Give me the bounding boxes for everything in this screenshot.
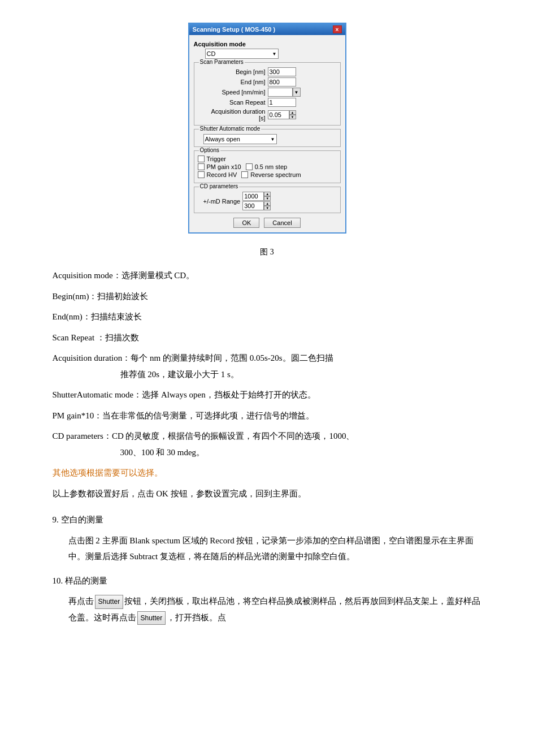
- cd-range-spinner-1: 1000 ▲ ▼: [242, 192, 271, 201]
- dialog-body: Acquisition mode CD ▼ Scan Parameters Be…: [189, 35, 345, 232]
- paragraph-3: End(nm)：扫描结束波长: [53, 309, 482, 325]
- acq-duration-input[interactable]: [268, 110, 289, 119]
- section-10-body3: ，打开挡板。点: [167, 613, 226, 622]
- speed-input[interactable]: [268, 88, 293, 97]
- acq-duration-up-icon[interactable]: ▲: [289, 110, 296, 115]
- paragraph-8: CD parameters：CD 的灵敏度，根据信号的振幅设置，有四个不同的选项…: [53, 428, 482, 460]
- acquisition-mode-label: Acquisition mode: [194, 41, 341, 47]
- acq-duration-down-icon[interactable]: ▼: [289, 115, 296, 119]
- trigger-checkbox[interactable]: [198, 155, 205, 162]
- reverse-spectrum-checkbox[interactable]: [241, 171, 248, 178]
- begin-label: Begin [nm]: [203, 68, 266, 75]
- section-10-body1: 再点击: [68, 597, 94, 606]
- shutter-group: Shutter Automatic mode Always open ▼: [194, 129, 341, 147]
- section-10-body2: 按钮，关闭挡板，取出样品池，将空白样品换成被测样品，然后再放回到样品支架上，盖好…: [68, 597, 481, 622]
- paragraph-5-line1: Acquisition duration：每个 nm 的测量持续时间，范围 0.…: [53, 353, 333, 362]
- close-button[interactable]: ×: [333, 25, 342, 33]
- cd-range-arrows-1: ▲ ▼: [264, 192, 271, 201]
- speed-input-group: ▼: [268, 88, 301, 97]
- speed-label: Speed [nm/min]: [203, 89, 266, 96]
- cd-range-spinners: 1000 ▲ ▼ 300 ▲: [242, 192, 271, 210]
- dropdown-arrow-icon: ▼: [272, 51, 277, 57]
- end-row: End [nm]: [198, 77, 337, 87]
- cancel-button[interactable]: Cancel: [264, 218, 300, 228]
- acquisition-mode-row: CD ▼: [194, 49, 341, 59]
- section-9-body: 点击图 2 主界面 Blank spectum 区域的 Record 按钮，记录…: [53, 533, 482, 565]
- cd-parameters-label: CD parameters: [199, 183, 240, 189]
- pm-gain-row: PM gain x10 0.5 nm step: [198, 163, 337, 170]
- cd-range-arrows-2: ▲ ▼: [264, 201, 271, 210]
- acq-duration-label: Acquisition duration [s]: [203, 108, 266, 122]
- speed-row: Speed [nm/min] ▼: [198, 88, 337, 97]
- paragraph-5: Acquisition duration：每个 nm 的测量持续时间，范围 0.…: [53, 350, 482, 382]
- scanning-setup-dialog: Scanning Setup ( MOS-450 ) × Acquisition…: [188, 23, 346, 234]
- cd-parameters-section: CD parameters +/-mD Range 1000 ▲ ▼: [194, 187, 341, 213]
- cd-range-value-1: 1000: [242, 192, 264, 201]
- paragraph-10: 以上参数都设置好后，点击 OK 按钮，参数设置完成，回到主界面。: [53, 486, 482, 502]
- pm-gain-checkbox[interactable]: [198, 163, 205, 170]
- begin-input[interactable]: [268, 67, 296, 76]
- trigger-row: Trigger: [198, 155, 337, 162]
- dialog-footer: OK Cancel: [194, 218, 341, 228]
- cd-range-up-icon-2[interactable]: ▲: [264, 201, 271, 206]
- record-hv-checkbox[interactable]: [198, 171, 205, 178]
- end-input[interactable]: [268, 77, 296, 87]
- shutter-dropdown-arrow-icon: ▼: [271, 137, 275, 142]
- pm-gain-label: PM gain x10: [207, 163, 241, 170]
- acq-duration-row: Acquisition duration [s] ▲ ▼: [198, 108, 337, 122]
- paragraph-8-line2: 300、100 和 30 mdeg。: [53, 444, 205, 461]
- reverse-spectrum-label: Reverse spectrum: [250, 171, 301, 178]
- shutter-select[interactable]: Always open ▼: [203, 134, 277, 144]
- figure-caption: 图 3: [23, 247, 511, 257]
- begin-row: Begin [nm]: [198, 67, 337, 76]
- cd-range-up-icon-1[interactable]: ▲: [264, 192, 271, 196]
- shutter-label: Shutter Automatic mode: [199, 126, 262, 132]
- trigger-label: Trigger: [207, 155, 226, 162]
- paragraph-5-line2: 推荐值 20s，建议最小大于 1 s。: [53, 366, 239, 383]
- paragraph-8-line1: CD parameters：CD 的灵敏度，根据信号的振幅设置，有四个不同的选项…: [53, 431, 355, 440]
- nm-step-checkbox[interactable]: [246, 163, 253, 170]
- cd-range-value-2: 300: [242, 201, 264, 210]
- record-hv-row: Record HV Reverse spectrum: [198, 171, 337, 178]
- acq-duration-spinner: ▲ ▼: [268, 110, 296, 119]
- acquisition-mode-select[interactable]: CD ▼: [205, 49, 279, 59]
- scan-repeat-row: Scan Repeat: [198, 98, 337, 107]
- dialog-titlebar: Scanning Setup ( MOS-450 ) ×: [189, 24, 345, 35]
- scan-repeat-label: Scan Repeat: [203, 99, 266, 106]
- options-section: Options Trigger PM gain x10 0.5 nm step: [194, 150, 341, 183]
- acq-duration-arrows: ▲ ▼: [289, 110, 296, 119]
- record-hv-label: Record HV: [207, 171, 237, 178]
- end-label: End [nm]: [203, 79, 266, 85]
- speed-arrow-icon[interactable]: ▼: [293, 88, 301, 97]
- paragraph-6: ShutterAutomatic mode：选择 Always open，挡板处…: [53, 387, 482, 403]
- nm-step-label: 0.5 nm step: [255, 163, 287, 170]
- scan-parameters-label: Scan Parameters: [199, 59, 245, 65]
- section-10-body: 再点击Shutter按钮，关闭挡板，取出样品池，将空白样品换成被测样品，然后再放…: [53, 593, 482, 625]
- ok-button[interactable]: OK: [233, 218, 259, 228]
- main-content: Acquisition mode：选择测量模式 CD。 Begin(nm)：扫描…: [53, 267, 482, 625]
- paragraph-4: Scan Repeat ：扫描次数: [53, 330, 482, 346]
- range-label: +/-mD Range: [203, 198, 241, 205]
- paragraph-1: Acquisition mode：选择测量模式 CD。: [53, 267, 482, 284]
- paragraph-9: 其他选项根据需要可以选择。: [53, 465, 482, 481]
- cd-range-spinner-2: 300 ▲ ▼: [242, 201, 271, 210]
- scan-repeat-input[interactable]: [268, 98, 296, 107]
- dialog-container: Scanning Setup ( MOS-450 ) × Acquisition…: [23, 23, 511, 234]
- options-label: Options: [199, 147, 220, 153]
- shutter-button-2[interactable]: Shutter: [137, 611, 166, 625]
- cd-range-down-icon-1[interactable]: ▼: [264, 196, 271, 201]
- section-9-heading: 9. 空白的测量: [53, 512, 482, 528]
- paragraph-7: PM gain*10：当在非常低的信号测量，可选择此项，进行信号的增益。: [53, 408, 482, 424]
- dialog-title: Scanning Setup ( MOS-450 ): [193, 26, 276, 33]
- cd-range-down-icon-2[interactable]: ▼: [264, 206, 271, 210]
- shutter-button-1[interactable]: Shutter: [95, 595, 124, 609]
- paragraph-2: Begin(nm)：扫描初始波长: [53, 288, 482, 305]
- section-10-heading: 10. 样品的测量: [53, 573, 482, 589]
- scan-parameters-group: Scan Parameters Begin [nm] End [nm] Spee…: [194, 62, 341, 126]
